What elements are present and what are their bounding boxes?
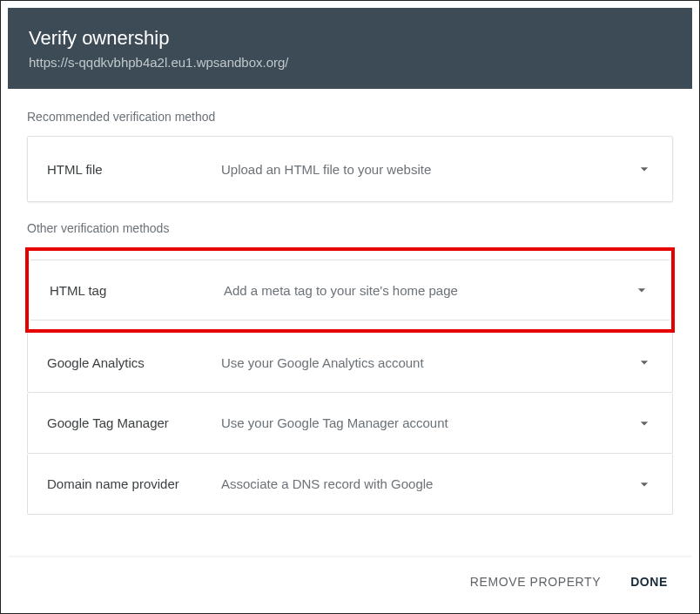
method-desc: Upload an HTML file to your website [221, 162, 636, 177]
done-button[interactable]: DONE [627, 570, 671, 594]
method-name: Google Analytics [47, 355, 221, 370]
chevron-down-icon [633, 281, 650, 299]
chevron-down-icon [636, 476, 653, 493]
method-desc: Use your Google Analytics account [221, 355, 636, 370]
remove-property-button[interactable]: REMOVE PROPERTY [467, 570, 604, 594]
method-desc: Associate a DNS record with Google [221, 476, 636, 491]
method-google-tag-manager[interactable]: Google Tag Manager Use your Google Tag M… [27, 393, 673, 454]
highlighted-method: HTML tag Add a meta tag to your site's h… [25, 247, 675, 333]
method-desc: Use your Google Tag Manager account [221, 415, 636, 430]
dialog-content: Recommended verification method HTML fil… [8, 89, 692, 557]
method-name: Google Tag Manager [47, 415, 221, 430]
method-html-file[interactable]: HTML file Upload an HTML file to your we… [27, 136, 673, 202]
property-url: https://s-qqdkvbhpb4a2l.eu1.wpsandbox.or… [29, 55, 671, 70]
method-desc: Add a meta tag to your site's home page [224, 283, 633, 298]
method-google-analytics[interactable]: Google Analytics Use your Google Analyti… [27, 332, 673, 393]
chevron-down-icon [636, 415, 653, 432]
method-name: HTML file [47, 162, 221, 177]
chevron-down-icon [636, 160, 653, 178]
recommended-section-label: Recommended verification method [27, 110, 673, 124]
method-domain-name-provider[interactable]: Domain name provider Associate a DNS rec… [27, 454, 673, 515]
method-name: Domain name provider [47, 476, 221, 491]
verify-ownership-dialog: Verify ownership https://s-qqdkvbhpb4a2l… [8, 8, 692, 606]
other-methods-list: HTML tag Add a meta tag to your site's h… [27, 247, 673, 515]
method-name: HTML tag [50, 283, 224, 298]
dialog-footer: REMOVE PROPERTY DONE [8, 557, 692, 606]
method-html-tag[interactable]: HTML tag Add a meta tag to your site's h… [30, 260, 670, 320]
dialog-title: Verify ownership [29, 27, 671, 50]
chevron-down-icon [636, 354, 653, 371]
dialog-header: Verify ownership https://s-qqdkvbhpb4a2l… [8, 8, 692, 89]
dialog-frame: Verify ownership https://s-qqdkvbhpb4a2l… [0, 0, 700, 614]
other-section-label: Other verification methods [27, 221, 673, 235]
